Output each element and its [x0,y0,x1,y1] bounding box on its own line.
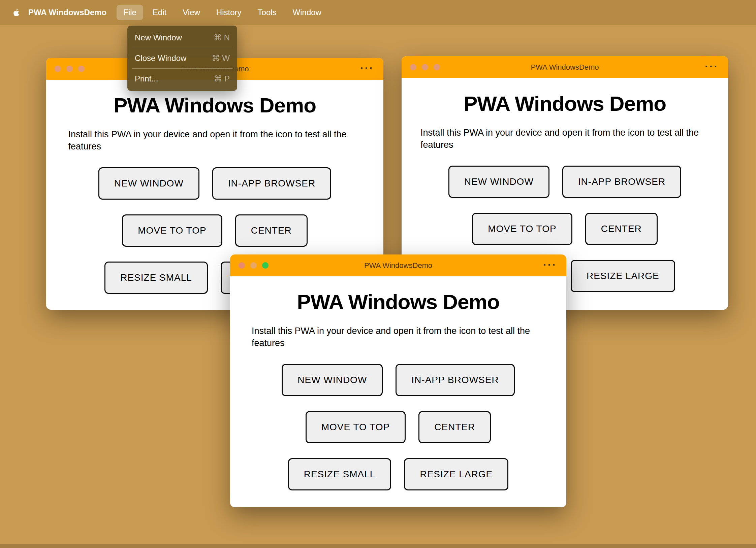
apple-menu-icon[interactable] [9,8,24,17]
button-row: NEW WINDOW IN-APP BROWSER [282,364,514,396]
dock-edge [0,544,756,548]
traffic-lights [55,66,85,72]
button-row: NEW WINDOW IN-APP BROWSER [98,167,331,200]
close-window-icon[interactable] [410,64,416,70]
menubar-item-tools[interactable]: Tools [251,5,283,20]
zoom-window-icon[interactable] [78,66,85,72]
window-content: PWA Windows Demo Install this PWA in you… [230,276,566,507]
button-row: NEW WINDOW IN-APP BROWSER [448,166,681,198]
button-row: MOVE TO TOP CENTER [122,214,308,247]
resize-large-button[interactable]: RESIZE LARGE [571,260,675,292]
menubar-item-view[interactable]: View [176,5,207,20]
window-overflow-menu-icon[interactable]: ··· [360,63,374,73]
window-overflow-menu-icon[interactable]: ··· [543,259,557,270]
resize-small-button[interactable]: RESIZE SMALL [104,262,208,294]
resize-large-button[interactable]: RESIZE LARGE [404,458,508,490]
center-button[interactable]: CENTER [585,213,658,245]
new-window-button[interactable]: NEW WINDOW [282,364,383,396]
window-title: PWA WindowsDemo [230,261,566,270]
traffic-lights [239,262,269,269]
resize-small-button[interactable]: RESIZE SMALL [288,458,391,490]
zoom-window-icon[interactable] [262,262,269,269]
zoom-window-icon[interactable] [434,64,440,70]
menu-item-print[interactable]: Print... ⌘ P [127,69,237,89]
button-row: RESIZE SMALL RESIZE LARGE [288,458,509,490]
menu-item-label: Close Window [135,54,186,63]
button-row: MOVE TO TOP CENTER [472,213,658,245]
center-button[interactable]: CENTER [418,411,491,443]
menu-item-shortcut: ⌘ W [212,54,230,63]
page-description: Install this PWA in your device and open… [420,127,709,151]
menubar-app-name[interactable]: PWA WindowsDemo [28,8,106,17]
close-window-icon[interactable] [55,66,61,72]
minimize-window-icon[interactable] [250,262,257,269]
window-overflow-menu-icon[interactable]: ··· [705,61,719,72]
file-dropdown-menu: New Window ⌘ N Close Window ⌘ W Print...… [127,26,237,91]
menu-separator [132,68,232,69]
move-to-top-button[interactable]: MOVE TO TOP [306,411,406,443]
menubar-item-edit[interactable]: Edit [146,5,173,20]
in-app-browser-button[interactable]: IN-APP BROWSER [562,166,681,198]
page-title: PWA Windows Demo [297,290,499,314]
menu-item-label: New Window [135,33,182,42]
move-to-top-button[interactable]: MOVE TO TOP [472,213,572,245]
menu-item-new-window[interactable]: New Window ⌘ N [127,28,237,47]
menubar-item-window[interactable]: Window [286,5,328,20]
menu-item-shortcut: ⌘ N [214,33,230,42]
window-titlebar[interactable]: PWA WindowsDemo ··· [402,56,728,78]
button-row: MOVE TO TOP CENTER [306,411,491,443]
window-titlebar[interactable]: PWA WindowsDemo ··· [230,254,566,276]
minimize-window-icon[interactable] [66,66,73,72]
page-title: PWA Windows Demo [114,93,316,117]
page-title: PWA Windows Demo [464,92,666,115]
new-window-button[interactable]: NEW WINDOW [98,167,199,200]
window-title: PWA WindowsDemo [402,63,728,72]
page-description: Install this PWA in your device and open… [68,129,361,152]
menu-item-shortcut: ⌘ P [214,74,230,83]
pwa-window-front: PWA WindowsDemo ··· PWA Windows Demo Ins… [230,254,566,507]
traffic-lights [410,64,440,70]
minimize-window-icon[interactable] [422,64,428,70]
menubar-item-file[interactable]: File [117,5,143,20]
move-to-top-button[interactable]: MOVE TO TOP [122,214,222,247]
page-description: Install this PWA in your device and open… [252,325,545,349]
menu-separator [132,48,232,48]
in-app-browser-button[interactable]: IN-APP BROWSER [212,167,331,200]
menubar-item-history[interactable]: History [210,5,248,20]
new-window-button[interactable]: NEW WINDOW [448,166,549,198]
menu-item-close-window[interactable]: Close Window ⌘ W [127,48,237,68]
center-button[interactable]: CENTER [235,214,308,247]
in-app-browser-button[interactable]: IN-APP BROWSER [396,364,514,396]
close-window-icon[interactable] [239,262,245,269]
menu-item-label: Print... [135,74,158,83]
menubar: PWA WindowsDemo File Edit View History T… [0,0,756,25]
